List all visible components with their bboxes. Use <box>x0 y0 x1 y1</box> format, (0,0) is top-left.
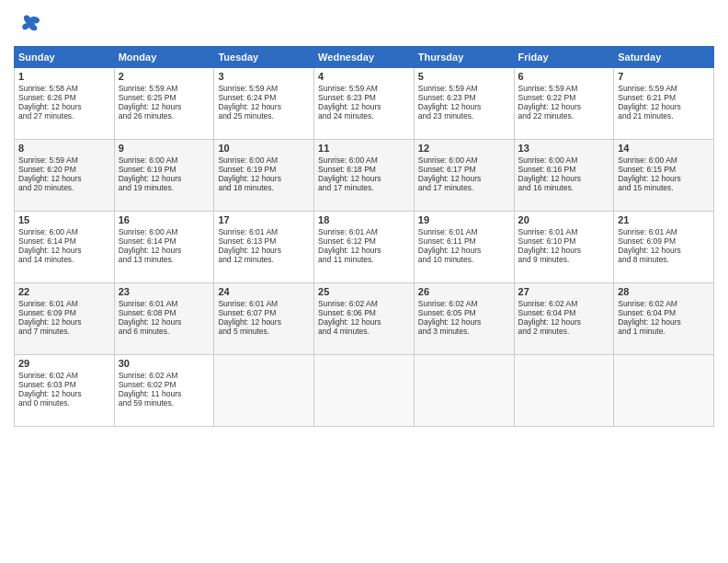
day-info-line: Daylight: 11 hours <box>119 389 210 398</box>
page: SundayMondayTuesdayWednesdayThursdayFrid… <box>0 0 728 563</box>
day-info-line: Sunrise: 6:00 AM <box>119 227 210 236</box>
day-number: 8 <box>18 143 110 154</box>
day-info-line: and 26 minutes. <box>119 111 210 121</box>
logo <box>14 13 43 39</box>
calendar-cell: 2Sunrise: 5:59 AMSunset: 6:25 PMDaylight… <box>114 68 214 140</box>
day-info-line: Daylight: 12 hours <box>18 317 110 327</box>
calendar-cell: 25Sunrise: 6:02 AMSunset: 6:06 PMDayligh… <box>314 283 415 355</box>
calendar-cell: 14Sunrise: 6:00 AMSunset: 6:15 PMDayligh… <box>614 140 714 212</box>
day-info-line: Sunset: 6:07 PM <box>218 308 310 317</box>
day-info-line: Sunset: 6:21 PM <box>618 93 710 102</box>
day-info-line: Sunrise: 6:00 AM <box>418 155 510 165</box>
day-info-line: and 12 minutes. <box>218 255 310 264</box>
day-number: 14 <box>618 143 710 154</box>
day-number: 16 <box>119 214 210 225</box>
day-info-line: Sunset: 6:17 PM <box>418 165 510 174</box>
day-info-line: Sunset: 6:13 PM <box>218 236 310 246</box>
day-info-line: Sunrise: 6:00 AM <box>18 227 110 236</box>
day-info-line: Sunset: 6:04 PM <box>518 308 610 317</box>
day-info-line: Sunset: 6:22 PM <box>518 93 610 102</box>
calendar-cell <box>614 355 714 427</box>
weekday-header-tuesday: Tuesday <box>214 47 314 68</box>
calendar-cell: 18Sunrise: 6:01 AMSunset: 6:12 PMDayligh… <box>314 212 415 283</box>
day-info-line: Daylight: 12 hours <box>618 246 710 255</box>
day-info-line: Daylight: 12 hours <box>418 102 510 111</box>
day-number: 12 <box>418 143 510 154</box>
day-info-line: Sunset: 6:18 PM <box>318 165 410 174</box>
day-number: 20 <box>518 214 610 225</box>
day-info-line: Daylight: 12 hours <box>18 102 110 111</box>
calendar-cell: 11Sunrise: 6:00 AMSunset: 6:18 PMDayligh… <box>314 140 415 212</box>
day-info-line: Daylight: 12 hours <box>318 317 410 327</box>
day-info-line: Sunset: 6:20 PM <box>18 165 110 174</box>
day-info-line: Sunset: 6:04 PM <box>618 308 710 317</box>
day-info-line: Daylight: 12 hours <box>119 246 210 255</box>
day-info-line: Daylight: 12 hours <box>119 102 210 111</box>
day-number: 19 <box>418 214 510 225</box>
day-info-line: Sunset: 6:02 PM <box>119 380 210 389</box>
day-number: 21 <box>618 214 710 225</box>
day-info-line: Sunrise: 6:00 AM <box>218 155 310 165</box>
day-info-line: Sunset: 6:08 PM <box>119 308 210 317</box>
day-info-line: Sunset: 6:10 PM <box>518 236 610 246</box>
day-info-line: and 16 minutes. <box>518 183 610 192</box>
weekday-header-sunday: Sunday <box>15 47 115 68</box>
day-info-line: Sunrise: 6:00 AM <box>518 155 610 165</box>
weekday-header-friday: Friday <box>514 47 614 68</box>
calendar-cell: 9Sunrise: 6:00 AMSunset: 6:19 PMDaylight… <box>114 140 214 212</box>
day-info-line: Daylight: 12 hours <box>18 246 110 255</box>
day-info-line: Sunset: 6:15 PM <box>618 165 710 174</box>
day-info-line: and 59 minutes. <box>119 398 210 408</box>
day-info-line: Sunset: 6:16 PM <box>518 165 610 174</box>
day-info-line: and 9 minutes. <box>518 255 610 264</box>
day-info-line: Daylight: 12 hours <box>618 317 710 327</box>
calendar-cell: 7Sunrise: 5:59 AMSunset: 6:21 PMDaylight… <box>614 68 714 140</box>
day-info-line: Sunrise: 6:01 AM <box>618 227 710 236</box>
day-info-line: and 5 minutes. <box>218 327 310 336</box>
day-info-line: and 27 minutes. <box>18 111 110 121</box>
day-info-line: Daylight: 12 hours <box>318 246 410 255</box>
day-info-line: Daylight: 12 hours <box>518 174 610 183</box>
day-info-line: Daylight: 12 hours <box>218 174 310 183</box>
day-info-line: Daylight: 12 hours <box>218 246 310 255</box>
day-info-line: Sunset: 6:09 PM <box>618 236 710 246</box>
day-info-line: Daylight: 12 hours <box>418 246 510 255</box>
day-info-line: and 19 minutes. <box>119 183 210 192</box>
day-info-line: Sunrise: 5:59 AM <box>618 84 710 93</box>
day-number: 4 <box>318 71 410 82</box>
day-info-line: Sunrise: 6:02 AM <box>318 299 410 308</box>
day-info-line: Sunrise: 6:00 AM <box>318 155 410 165</box>
day-info-line: and 14 minutes. <box>18 255 110 264</box>
calendar-cell: 6Sunrise: 5:59 AMSunset: 6:22 PMDaylight… <box>514 68 614 140</box>
day-info-line: Sunrise: 5:59 AM <box>18 155 110 165</box>
day-info-line: and 4 minutes. <box>318 327 410 336</box>
day-info-line: Daylight: 12 hours <box>518 317 610 327</box>
calendar-cell <box>414 355 514 427</box>
day-number: 5 <box>418 71 510 82</box>
day-info-line: Sunset: 6:14 PM <box>18 236 110 246</box>
day-info-line: Sunrise: 6:01 AM <box>218 227 310 236</box>
day-info-line: Sunrise: 6:02 AM <box>18 371 110 380</box>
day-info-line: Sunrise: 5:59 AM <box>418 84 510 93</box>
day-info-line: Sunset: 6:25 PM <box>119 93 210 102</box>
day-info-line: and 21 minutes. <box>618 111 710 121</box>
day-info-line: and 17 minutes. <box>318 183 410 192</box>
day-number: 10 <box>218 143 310 154</box>
calendar-cell <box>314 355 415 427</box>
day-info-line: Sunrise: 6:01 AM <box>518 227 610 236</box>
day-number: 3 <box>218 71 310 82</box>
day-info-line: Sunrise: 6:02 AM <box>618 299 710 308</box>
day-info-line: and 17 minutes. <box>418 183 510 192</box>
day-info-line: and 24 minutes. <box>318 111 410 121</box>
day-info-line: and 20 minutes. <box>18 183 110 192</box>
calendar-cell: 12Sunrise: 6:00 AMSunset: 6:17 PMDayligh… <box>414 140 514 212</box>
day-info-line: Daylight: 12 hours <box>518 246 610 255</box>
day-number: 2 <box>119 71 210 82</box>
calendar-cell: 5Sunrise: 5:59 AMSunset: 6:23 PMDaylight… <box>414 68 514 140</box>
day-info-line: Daylight: 12 hours <box>218 102 310 111</box>
calendar-cell: 10Sunrise: 6:00 AMSunset: 6:19 PMDayligh… <box>214 140 314 212</box>
calendar-cell: 3Sunrise: 5:59 AMSunset: 6:24 PMDaylight… <box>214 68 314 140</box>
calendar-cell: 26Sunrise: 6:02 AMSunset: 6:05 PMDayligh… <box>414 283 514 355</box>
day-info-line: Sunrise: 6:01 AM <box>318 227 410 236</box>
day-info-line: Sunset: 6:23 PM <box>418 93 510 102</box>
